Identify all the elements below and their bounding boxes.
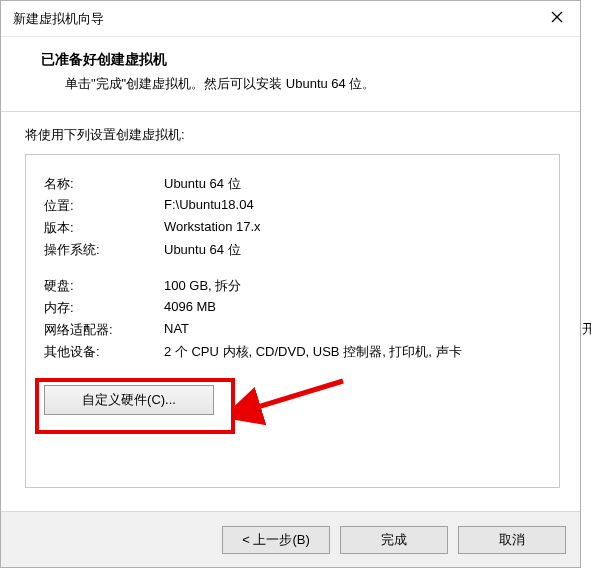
value-memory: 4096 MB — [164, 297, 541, 319]
close-button[interactable] — [534, 1, 580, 37]
header-section: 已准备好创建虚拟机 单击"完成"创建虚拟机。然后可以安装 Ubuntu 64 位… — [1, 37, 580, 112]
row-name: 名称: Ubuntu 64 位 — [44, 173, 541, 195]
content-section: 将使用下列设置创建虚拟机: 名称: Ubuntu 64 位 位置: F:\Ubu… — [1, 112, 580, 511]
cancel-button[interactable]: 取消 — [458, 526, 566, 554]
label-location: 位置: — [44, 195, 164, 217]
row-network: 网络适配器: NAT — [44, 319, 541, 341]
label-name: 名称: — [44, 173, 164, 195]
settings-panel: 名称: Ubuntu 64 位 位置: F:\Ubuntu18.04 版本: W… — [25, 154, 560, 488]
value-os: Ubuntu 64 位 — [164, 239, 541, 261]
row-os: 操作系统: Ubuntu 64 位 — [44, 239, 541, 261]
label-os: 操作系统: — [44, 239, 164, 261]
value-version: Workstation 17.x — [164, 217, 541, 239]
label-memory: 内存: — [44, 297, 164, 319]
value-disk: 100 GB, 拆分 — [164, 275, 541, 297]
header-title: 已准备好创建虚拟机 — [41, 51, 560, 69]
settings-table: 名称: Ubuntu 64 位 位置: F:\Ubuntu18.04 版本: W… — [44, 173, 541, 363]
back-button[interactable]: < 上一步(B) — [222, 526, 330, 554]
row-memory: 内存: 4096 MB — [44, 297, 541, 319]
finish-button[interactable]: 完成 — [340, 526, 448, 554]
value-network: NAT — [164, 319, 541, 341]
titlebar: 新建虚拟机向导 — [1, 1, 580, 37]
value-location: F:\Ubuntu18.04 — [164, 195, 541, 217]
label-version: 版本: — [44, 217, 164, 239]
row-disk: 硬盘: 100 GB, 拆分 — [44, 275, 541, 297]
new-vm-wizard-dialog: 新建虚拟机向导 已准备好创建虚拟机 单击"完成"创建虚拟机。然后可以安装 Ubu… — [0, 0, 581, 568]
label-network: 网络适配器: — [44, 319, 164, 341]
row-gap — [44, 261, 541, 275]
intro-text: 将使用下列设置创建虚拟机: — [25, 126, 560, 144]
dialog-title: 新建虚拟机向导 — [13, 10, 104, 28]
footer: < 上一步(B) 完成 取消 — [1, 511, 580, 567]
label-other: 其他设备: — [44, 341, 164, 363]
label-disk: 硬盘: — [44, 275, 164, 297]
row-version: 版本: Workstation 17.x — [44, 217, 541, 239]
value-other: 2 个 CPU 内核, CD/DVD, USB 控制器, 打印机, 声卡 — [164, 341, 541, 363]
customize-hardware-button[interactable]: 自定义硬件(C)... — [44, 385, 214, 415]
row-other: 其他设备: 2 个 CPU 内核, CD/DVD, USB 控制器, 打印机, … — [44, 341, 541, 363]
stray-text: 开 — [582, 320, 591, 338]
header-subtitle: 单击"完成"创建虚拟机。然后可以安装 Ubuntu 64 位。 — [41, 75, 560, 93]
row-location: 位置: F:\Ubuntu18.04 — [44, 195, 541, 217]
value-name: Ubuntu 64 位 — [164, 173, 541, 195]
close-icon — [551, 11, 563, 26]
